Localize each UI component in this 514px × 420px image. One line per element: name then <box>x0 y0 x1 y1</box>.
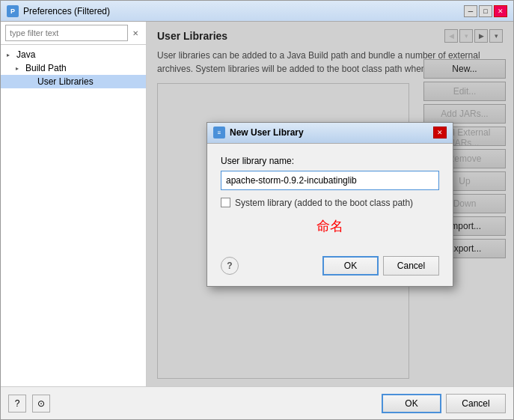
bottom-left-buttons: ? ⊙ <box>8 395 50 413</box>
maximize-button[interactable]: □ <box>479 5 492 17</box>
filter-box: ✕ <box>1 22 146 45</box>
system-library-row: System library (added to the boot class … <box>221 198 439 208</box>
help-button[interactable]: ? <box>8 395 26 413</box>
dialog-title: New User Library <box>230 127 433 138</box>
tree-arrow-java: ▸ <box>7 52 14 58</box>
preferences-button[interactable]: ⊙ <box>32 395 50 413</box>
tree-area: ▸ Java ▸ Build Path User Libraries <box>1 45 146 386</box>
tree-label-build-path: Build Path <box>25 63 67 73</box>
cancel-button[interactable]: Cancel <box>446 394 506 413</box>
tree-arrow-build-path: ▸ <box>16 65 23 72</box>
system-library-label: System library (added to the boot class … <box>235 198 413 208</box>
sidebar: ✕ ▸ Java ▸ Build Path User Libraries <box>1 22 147 386</box>
window-controls: ─ □ ✕ <box>464 5 507 17</box>
dialog-help-button[interactable]: ? <box>221 257 239 275</box>
tree-label-java: Java <box>16 49 35 60</box>
tree-label-user-libraries: User Libraries <box>37 76 94 87</box>
bottom-bar: ? ⊙ OK Cancel <box>1 386 513 419</box>
dialog-footer: ? OK Cancel <box>207 256 453 286</box>
bottom-right-buttons: OK Cancel <box>382 394 506 413</box>
dialog-title-bar: ≡ New User Library ✕ <box>207 123 453 144</box>
ok-button[interactable]: OK <box>382 394 441 413</box>
dialog-action-buttons: OK Cancel <box>322 256 439 276</box>
minimize-button[interactable]: ─ <box>464 5 477 17</box>
dialog-ok-button[interactable]: OK <box>322 256 379 276</box>
filter-input[interactable] <box>5 25 128 41</box>
chinese-naming-label: 命名 <box>221 217 439 235</box>
tree-item-user-libraries[interactable]: User Libraries <box>1 75 146 88</box>
window-title: Preferences (Filtered) <box>23 6 464 16</box>
system-library-checkbox[interactable] <box>221 198 230 207</box>
right-panel: User Libraries ◀ ▾ ▶ ▾ User libraries ca… <box>147 22 513 386</box>
tree-item-build-path[interactable]: ▸ Build Path <box>1 61 146 75</box>
preferences-window: P Preferences (Filtered) ─ □ ✕ ✕ ▸ Java … <box>0 0 514 420</box>
dialog-overlay: ≡ New User Library ✕ User library name: … <box>147 22 513 386</box>
window-icon: P <box>7 5 19 17</box>
dialog-icon: ≡ <box>213 127 225 139</box>
new-user-library-dialog: ≡ New User Library ✕ User library name: … <box>206 122 453 287</box>
close-button[interactable]: ✕ <box>494 5 507 17</box>
dialog-cancel-button[interactable]: Cancel <box>383 256 439 276</box>
tree-item-java[interactable]: ▸ Java <box>1 48 146 61</box>
dialog-close-button[interactable]: ✕ <box>433 127 447 139</box>
dialog-field-label: User library name: <box>221 156 439 166</box>
title-bar: P Preferences (Filtered) ─ □ ✕ <box>1 1 513 22</box>
dialog-body: User library name: System library (added… <box>207 144 453 256</box>
library-name-input[interactable] <box>221 171 439 190</box>
filter-clear-button[interactable]: ✕ <box>129 27 141 39</box>
main-content: ✕ ▸ Java ▸ Build Path User Libraries <box>1 22 513 386</box>
